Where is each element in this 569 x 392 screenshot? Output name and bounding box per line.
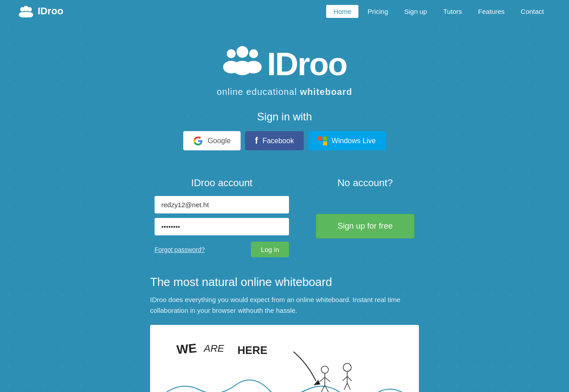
- nav-link-tutors[interactable]: Tutors: [436, 5, 469, 18]
- main-content: IDroo online educational whiteboard Sign…: [0, 22, 569, 392]
- form-row: IDroo account Forgot password? Log in No…: [155, 177, 414, 257]
- navbar: IDroo Home Pricing Sign up Tutors Featur…: [0, 0, 569, 22]
- signin-title: Sign in with: [257, 111, 312, 123]
- nav-link-signup[interactable]: Sign up: [397, 5, 434, 18]
- whiteboard-preview: WE ARE HERE: [150, 325, 419, 392]
- windows-signin-button[interactable]: Windows Live: [308, 131, 386, 150]
- svg-point-6: [227, 49, 236, 58]
- bottom-description: IDroo does everything you would expect f…: [150, 294, 419, 316]
- svg-text:WE: WE: [176, 341, 198, 357]
- logo-people-icon: [222, 45, 263, 83]
- svg-rect-12: [155, 327, 414, 392]
- email-field[interactable]: [155, 196, 289, 213]
- nav-link-features[interactable]: Features: [471, 5, 512, 18]
- svg-text:HERE: HERE: [237, 344, 267, 356]
- bottom-section: The most natural online whiteboard IDroo…: [141, 275, 428, 392]
- forgot-password-link[interactable]: Forgot password?: [155, 246, 205, 253]
- facebook-signin-button[interactable]: f Facebook: [245, 131, 304, 150]
- google-signin-button[interactable]: Google: [183, 131, 241, 150]
- svg-point-11: [233, 61, 252, 75]
- password-field[interactable]: [155, 218, 289, 235]
- google-signin-label: Google: [207, 137, 231, 145]
- login-button[interactable]: Log in: [251, 242, 289, 257]
- nav-link-contact[interactable]: Contact: [513, 5, 551, 18]
- oauth-buttons: Google f Facebook Windows Live: [183, 131, 385, 150]
- idroo-account-title: IDroo account: [191, 177, 253, 189]
- nav-links: Home Pricing Sign up Tutors Features Con…: [326, 5, 551, 18]
- google-icon: [193, 136, 203, 146]
- svg-point-8: [237, 46, 248, 58]
- nav-logo-text: IDroo: [38, 5, 63, 17]
- signin-section: Sign in with Google f Facebook: [183, 111, 385, 164]
- facebook-icon: f: [255, 136, 258, 146]
- windows-icon: [318, 136, 327, 145]
- svg-point-7: [249, 49, 258, 58]
- windows-signin-label: Windows Live: [332, 137, 376, 145]
- tagline-regular: online educational: [217, 87, 297, 97]
- no-account-title: No account?: [337, 177, 393, 189]
- nav-logo[interactable]: IDroo: [18, 5, 63, 17]
- hero-logo-text: IDroo: [267, 46, 347, 82]
- tagline-bold: whiteboard: [300, 87, 353, 97]
- logo-big: IDroo: [222, 45, 347, 83]
- idroo-account-section: IDroo account Forgot password? Log in: [155, 177, 289, 257]
- logo-icon: [18, 5, 34, 17]
- svg-point-2: [23, 6, 29, 11]
- facebook-signin-label: Facebook: [263, 137, 294, 145]
- svg-text:ARE: ARE: [203, 343, 224, 354]
- form-actions: Forgot password? Log in: [155, 242, 289, 257]
- no-account-section: No account? Sign up for free: [316, 177, 414, 239]
- nav-link-pricing[interactable]: Pricing: [360, 5, 395, 18]
- logo-area: IDroo online educational whiteboard: [217, 45, 352, 97]
- bottom-title: The most natural online whiteboard: [150, 275, 419, 289]
- whiteboard-svg: WE ARE HERE: [155, 327, 414, 392]
- tagline: online educational whiteboard: [217, 87, 352, 97]
- nav-link-home[interactable]: Home: [326, 5, 358, 18]
- signup-button[interactable]: Sign up for free: [316, 214, 414, 239]
